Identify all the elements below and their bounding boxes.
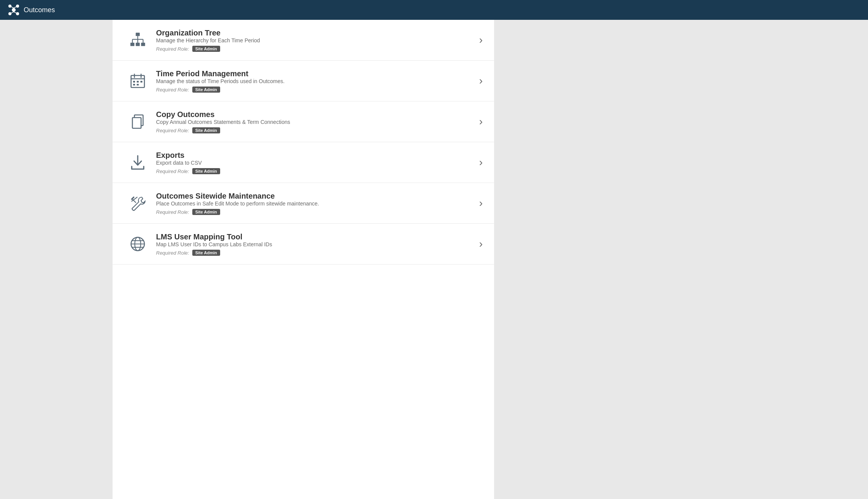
chevron-right-icon: › bbox=[479, 156, 483, 168]
menu-description: Place Outcomes in Safe Edit Mode to perf… bbox=[156, 201, 472, 207]
menu-description: Manage the Hierarchy for Each Time Perio… bbox=[156, 37, 472, 43]
svg-rect-24 bbox=[140, 81, 142, 82]
main-content: Organization Tree Manage the Hierarchy f… bbox=[113, 20, 494, 499]
chevron-right-icon: › bbox=[479, 238, 483, 250]
role-badge: Site Admin bbox=[192, 46, 220, 52]
menu-title: Outcomes Sitewide Maintenance bbox=[156, 192, 275, 200]
menu-item-exports[interactable]: Exports Export data to CSV Required Role… bbox=[113, 142, 494, 183]
menu-text: Outcomes Sitewide Maintenance Place Outc… bbox=[156, 191, 472, 215]
role-badge: Site Admin bbox=[192, 168, 220, 174]
svg-rect-26 bbox=[137, 84, 138, 85]
menu-text: Copy Outcomes Copy Annual Outcomes State… bbox=[156, 110, 472, 133]
role-badge: Site Admin bbox=[192, 250, 220, 256]
menu-text: Organization Tree Manage the Hierarchy f… bbox=[156, 28, 472, 52]
svg-rect-9 bbox=[136, 33, 140, 36]
svg-rect-23 bbox=[137, 81, 138, 82]
menu-item-copy-outcomes[interactable]: Copy Outcomes Copy Annual Outcomes State… bbox=[113, 101, 494, 142]
svg-line-31 bbox=[132, 197, 134, 199]
menu-item-time-period[interactable]: Time Period Management Manage the status… bbox=[113, 61, 494, 101]
svg-rect-28 bbox=[132, 118, 141, 128]
svg-rect-25 bbox=[133, 84, 135, 85]
sidebar bbox=[0, 20, 113, 499]
menu-title: Copy Outcomes bbox=[156, 110, 214, 119]
svg-point-0 bbox=[12, 8, 16, 12]
menu-title: Time Period Management bbox=[156, 69, 248, 78]
menu-description: Manage the status of Time Periods used i… bbox=[156, 78, 472, 84]
svg-rect-11 bbox=[136, 43, 140, 46]
svg-rect-12 bbox=[141, 43, 145, 46]
required-role-label: Required Role: bbox=[156, 250, 189, 256]
navbar: Outcomes bbox=[0, 0, 868, 20]
chevron-right-icon: › bbox=[479, 34, 483, 46]
download-icon bbox=[128, 152, 148, 172]
menu-title: LMS User Mapping Tool bbox=[156, 233, 242, 241]
role-badge: Site Admin bbox=[192, 209, 220, 215]
wrench-icon bbox=[128, 193, 148, 213]
role-badge: Site Admin bbox=[192, 127, 220, 133]
menu-text: Time Period Management Manage the status… bbox=[156, 69, 472, 93]
globe-icon bbox=[128, 234, 148, 254]
menu-item-lms-mapping[interactable]: LMS User Mapping Tool Map LMS User IDs t… bbox=[113, 224, 494, 265]
menu-title: Exports bbox=[156, 151, 184, 159]
menu-item-org-tree[interactable]: Organization Tree Manage the Hierarchy f… bbox=[113, 20, 494, 61]
menu-description: Copy Annual Outcomes Statements & Term C… bbox=[156, 119, 472, 125]
menu-role: Required Role: Site Admin bbox=[156, 46, 472, 52]
menu-item-sitewide-maintenance[interactable]: Outcomes Sitewide Maintenance Place Outc… bbox=[113, 183, 494, 224]
svg-rect-22 bbox=[133, 81, 135, 82]
menu-title: Organization Tree bbox=[156, 29, 221, 37]
menu-description: Map LMS User IDs to Campus Labs External… bbox=[156, 241, 472, 247]
required-role-label: Required Role: bbox=[156, 209, 189, 215]
menu-text: LMS User Mapping Tool Map LMS User IDs t… bbox=[156, 232, 472, 256]
required-role-label: Required Role: bbox=[156, 168, 189, 174]
menu-role: Required Role: Site Admin bbox=[156, 250, 472, 256]
menu-description: Export data to CSV bbox=[156, 160, 472, 166]
menu-role: Required Role: Site Admin bbox=[156, 168, 472, 174]
copy-icon bbox=[128, 112, 148, 132]
chevron-right-icon: › bbox=[479, 116, 483, 128]
svg-rect-10 bbox=[130, 43, 135, 46]
app-title: Outcomes bbox=[24, 6, 55, 14]
app-logo-icon bbox=[8, 4, 20, 16]
role-badge: Site Admin bbox=[192, 87, 220, 93]
required-role-label: Required Role: bbox=[156, 87, 189, 93]
chevron-right-icon: › bbox=[479, 75, 483, 87]
org-tree-icon bbox=[128, 30, 148, 50]
calendar-icon bbox=[128, 71, 148, 91]
chevron-right-icon: › bbox=[479, 197, 483, 209]
menu-role: Required Role: Site Admin bbox=[156, 87, 472, 93]
navbar-logo: Outcomes bbox=[8, 4, 55, 16]
required-role-label: Required Role: bbox=[156, 46, 189, 52]
required-role-label: Required Role: bbox=[156, 128, 189, 133]
menu-role: Required Role: Site Admin bbox=[156, 127, 472, 133]
menu-text: Exports Export data to CSV Required Role… bbox=[156, 151, 472, 174]
menu-role: Required Role: Site Admin bbox=[156, 209, 472, 215]
